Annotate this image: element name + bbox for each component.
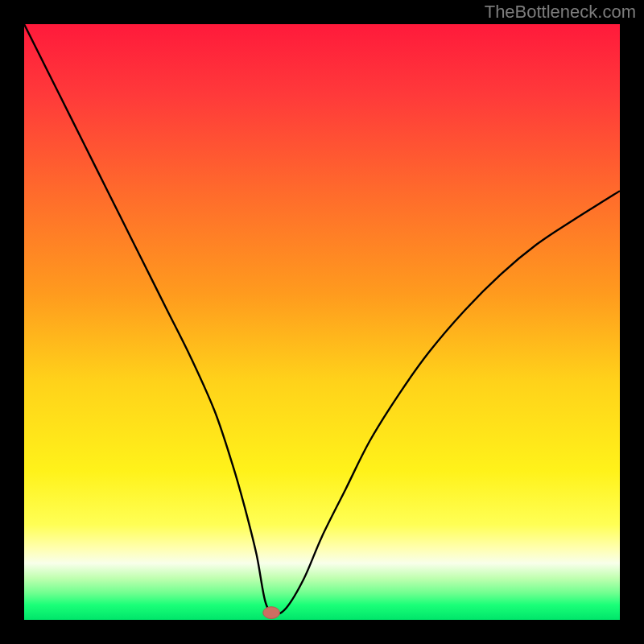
plot-area — [24, 24, 620, 620]
bottleneck-chart — [24, 24, 620, 620]
optimum-marker — [263, 607, 280, 619]
gradient-background — [24, 24, 620, 620]
chart-frame: TheBottleneck.com — [0, 0, 644, 644]
watermark-text: TheBottleneck.com — [485, 2, 636, 23]
